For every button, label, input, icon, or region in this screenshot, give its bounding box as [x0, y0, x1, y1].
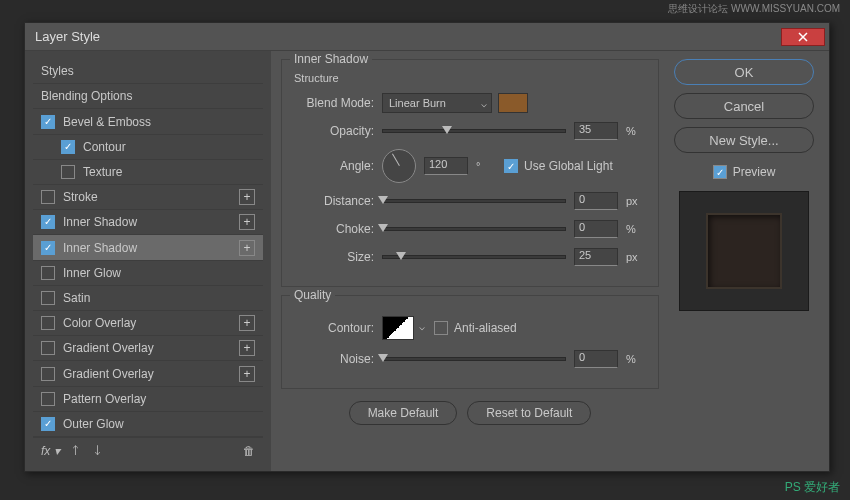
unit-label: %	[626, 125, 646, 137]
checkbox-icon[interactable]	[41, 417, 55, 431]
cancel-button[interactable]: Cancel	[674, 93, 814, 119]
antialiased-checkbox[interactable]: Anti-aliased	[434, 321, 517, 335]
sidebar-item-label: Gradient Overlay	[63, 341, 154, 355]
choke-label: Choke:	[294, 222, 374, 236]
checkbox-icon[interactable]	[41, 392, 55, 406]
sidebar-item-label: Pattern Overlay	[63, 392, 146, 406]
fx-menu-icon[interactable]: fx ▾	[41, 444, 60, 458]
angle-dial[interactable]	[382, 149, 416, 183]
checkbox-icon[interactable]	[61, 165, 75, 179]
plus-icon[interactable]: +	[239, 366, 255, 382]
checkbox-icon[interactable]	[41, 341, 55, 355]
sidebar-item-label: Inner Shadow	[63, 241, 137, 255]
preview-label: Preview	[733, 165, 776, 179]
sidebar-item-pattern-overlay[interactable]: Pattern Overlay	[33, 387, 263, 412]
blend-mode-label: Blend Mode:	[294, 96, 374, 110]
ok-button[interactable]: OK	[674, 59, 814, 85]
preview-thumbnail	[679, 191, 809, 311]
size-label: Size:	[294, 250, 374, 264]
antialiased-label: Anti-aliased	[454, 321, 517, 335]
sidebar-item-inner-glow[interactable]: Inner Glow	[33, 261, 263, 286]
checkbox-icon[interactable]	[41, 367, 55, 381]
angle-label: Angle:	[294, 159, 374, 173]
structure-group: Inner Shadow Structure Blend Mode: Linea…	[281, 59, 659, 287]
checkbox-icon[interactable]	[41, 241, 55, 255]
unit-label: °	[476, 160, 496, 172]
reset-default-button[interactable]: Reset to Default	[467, 401, 591, 425]
checkbox-icon[interactable]	[41, 291, 55, 305]
new-style-button[interactable]: New Style...	[674, 127, 814, 153]
close-button[interactable]	[781, 28, 825, 46]
dialog-title: Layer Style	[35, 29, 781, 44]
unit-label: px	[626, 251, 646, 263]
group-title: Inner Shadow	[290, 52, 372, 66]
sidebar-item-outer-glow[interactable]: Outer Glow	[33, 412, 263, 437]
sidebar-item-label: Gradient Overlay	[63, 367, 154, 381]
noise-label: Noise:	[294, 352, 374, 366]
sidebar-item-inner-shadow-2[interactable]: Inner Shadow+	[33, 235, 263, 260]
group-title: Quality	[290, 288, 335, 302]
unit-label: px	[626, 195, 646, 207]
sidebar-item-texture[interactable]: Texture	[33, 160, 263, 185]
global-light-checkbox[interactable]: Use Global Light	[504, 159, 613, 173]
checkbox-icon[interactable]	[61, 140, 75, 154]
opacity-slider[interactable]	[382, 129, 566, 133]
checkbox-icon[interactable]	[41, 316, 55, 330]
sidebar-item-satin[interactable]: Satin	[33, 286, 263, 311]
sidebar-item-blending-options[interactable]: Blending Options	[33, 84, 263, 109]
unit-label: %	[626, 353, 646, 365]
contour-label: Contour:	[294, 321, 374, 335]
sidebar-item-label: Inner Glow	[63, 266, 121, 280]
sidebar-item-label: Color Overlay	[63, 316, 136, 330]
noise-input[interactable]: 0	[574, 350, 618, 368]
sidebar-item-gradient-overlay-2[interactable]: Gradient Overlay+	[33, 361, 263, 386]
plus-icon[interactable]: +	[239, 189, 255, 205]
sidebar-item-color-overlay[interactable]: Color Overlay+	[33, 311, 263, 336]
sidebar-item-gradient-overlay[interactable]: Gradient Overlay+	[33, 336, 263, 361]
sidebar-item-bevel-emboss[interactable]: Bevel & Emboss	[33, 109, 263, 134]
choke-slider[interactable]	[382, 227, 566, 231]
opacity-input[interactable]: 35	[574, 122, 618, 140]
make-default-button[interactable]: Make Default	[349, 401, 458, 425]
sidebar-item-label: Texture	[83, 165, 122, 179]
angle-input[interactable]: 120	[424, 157, 468, 175]
trash-icon[interactable]: 🗑	[243, 444, 255, 458]
watermark-top: 思维设计论坛 WWW.MISSYUAN.COM	[668, 2, 840, 16]
sidebar-item-stroke[interactable]: Stroke+	[33, 185, 263, 210]
titlebar: Layer Style	[25, 23, 829, 51]
preview-checkbox[interactable]: ✓Preview	[713, 165, 776, 179]
unit-label: %	[626, 223, 646, 235]
sidebar-item-contour[interactable]: Contour	[33, 135, 263, 160]
size-slider[interactable]	[382, 255, 566, 259]
color-swatch[interactable]	[498, 93, 528, 113]
sidebar-item-label: Bevel & Emboss	[63, 115, 151, 129]
checkbox-icon[interactable]	[41, 215, 55, 229]
distance-input[interactable]: 0	[574, 192, 618, 210]
checkbox-icon[interactable]	[41, 115, 55, 129]
plus-icon[interactable]: +	[239, 315, 255, 331]
quality-group: Quality Contour: Anti-aliased Noise: 0 %	[281, 295, 659, 389]
choke-input[interactable]: 0	[574, 220, 618, 238]
move-down-icon[interactable]: 🡓	[92, 444, 104, 458]
sidebar-item-label: Stroke	[63, 190, 98, 204]
sidebar-footer: fx ▾ 🡑 🡓 🗑	[33, 437, 263, 463]
plus-icon[interactable]: +	[239, 214, 255, 230]
blend-mode-select[interactable]: Linear Burn	[382, 93, 492, 113]
global-light-label: Use Global Light	[524, 159, 613, 173]
move-up-icon[interactable]: 🡑	[70, 444, 82, 458]
plus-icon[interactable]: +	[239, 240, 255, 256]
sidebar-item-styles[interactable]: Styles	[33, 59, 263, 84]
group-subtitle: Structure	[294, 72, 646, 84]
sidebar-item-inner-shadow[interactable]: Inner Shadow+	[33, 210, 263, 235]
checkbox-icon[interactable]	[41, 190, 55, 204]
plus-icon[interactable]: +	[239, 340, 255, 356]
close-icon	[798, 32, 808, 42]
checkbox-icon	[504, 159, 518, 173]
distance-slider[interactable]	[382, 199, 566, 203]
size-input[interactable]: 25	[574, 248, 618, 266]
contour-picker[interactable]	[382, 316, 414, 340]
right-panel: OK Cancel New Style... ✓Preview	[669, 59, 819, 463]
checkbox-icon[interactable]	[41, 266, 55, 280]
styles-sidebar: Styles Blending Options Bevel & Emboss C…	[25, 51, 271, 471]
noise-slider[interactable]	[382, 357, 566, 361]
